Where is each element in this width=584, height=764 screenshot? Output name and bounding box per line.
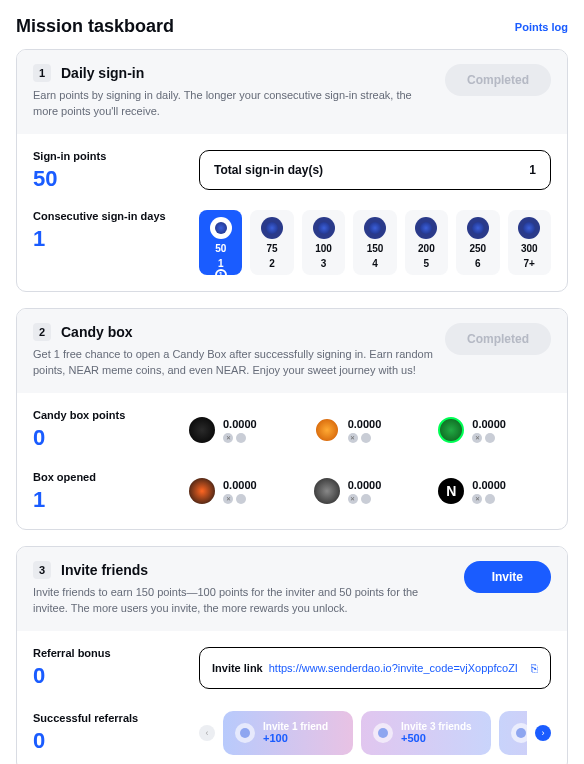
sub-icon: [485, 433, 495, 443]
sub-icon: [236, 433, 246, 443]
sub-icon: ✕: [472, 494, 482, 504]
referral-bonus-value: 0: [33, 663, 183, 689]
card-title: Invite friends: [61, 562, 148, 578]
milestones-row: ‹ Invite 1 friend +100 Invite 3 friends …: [199, 711, 551, 755]
streak-tier: 150 4: [353, 210, 396, 275]
completed-button: Completed: [445, 323, 551, 355]
referral-bonus-label: Referral bonus: [33, 647, 183, 659]
points-log-link[interactable]: Points log: [515, 21, 568, 33]
coin-icon: [415, 217, 437, 239]
candy-points-value: 0: [33, 425, 173, 451]
milestone-card[interactable]: Invite 1 friend +100: [223, 711, 353, 755]
coin-icon: [518, 217, 540, 239]
card-description: Earn points by signing in daily. The lon…: [33, 88, 433, 120]
prev-milestone-icon[interactable]: ‹: [199, 725, 215, 741]
token-icon: [189, 417, 215, 443]
token-icon: [438, 417, 464, 443]
tier-day: 4: [372, 258, 378, 269]
sub-icon: ✕: [223, 433, 233, 443]
streak-tier: 300 7+: [508, 210, 551, 275]
tier-points: 300: [521, 243, 538, 254]
milestone-points: +500: [401, 732, 472, 744]
avatar-icon: [373, 723, 393, 743]
box-opened-label: Box opened: [33, 471, 173, 483]
invite-button[interactable]: Invite: [464, 561, 551, 593]
token-item: N 0.0000 ✕: [438, 470, 551, 513]
token-amount: 0.0000: [472, 418, 506, 430]
copy-icon[interactable]: ⎘: [531, 662, 538, 674]
sub-icon: [361, 494, 371, 504]
tier-points: 200: [418, 243, 435, 254]
invite-friends-card: 3 Invite friends Invite friends to earn …: [16, 546, 568, 764]
tier-points: 250: [469, 243, 486, 254]
streak-tiers: 50 1 1 75 2 100 3 150 4 200 5 250 6 300 …: [199, 210, 551, 275]
token-item: 0.0000 ✕: [189, 470, 302, 513]
streak-value: 1: [33, 226, 183, 252]
coin-icon: [313, 217, 335, 239]
card-number: 3: [33, 561, 51, 579]
card-number: 2: [33, 323, 51, 341]
token-amount: 0.0000: [472, 479, 506, 491]
referrals-label: Successful referrals: [33, 712, 183, 724]
tier-day: 5: [424, 258, 430, 269]
milestone-card[interactable]: [499, 711, 527, 755]
token-icon: [189, 478, 215, 504]
sub-icon: [361, 433, 371, 443]
coin-icon: [364, 217, 386, 239]
sub-icon: [236, 494, 246, 504]
tier-points: 50: [215, 243, 226, 254]
token-item: 0.0000 ✕: [189, 409, 302, 452]
box-opened-value: 1: [33, 487, 173, 513]
invite-link-box: Invite link https://www.senderdao.io?inv…: [199, 647, 551, 689]
card-description: Invite friends to earn 150 points—100 po…: [33, 585, 452, 617]
signin-points-value: 50: [33, 166, 183, 192]
streak-tier: 100 3: [302, 210, 345, 275]
token-item: 0.0000 ✕: [438, 409, 551, 452]
candy-points-label: Candy box points: [33, 409, 173, 421]
streak-label: Consecutive sign-in days: [33, 210, 183, 222]
milestone-points: +100: [263, 732, 328, 744]
referrals-value: 0: [33, 728, 183, 754]
signin-points-label: Sign-in points: [33, 150, 183, 162]
token-item: 0.0000 ✕: [314, 470, 427, 513]
sub-icon: [485, 494, 495, 504]
card-title: Candy box: [61, 324, 133, 340]
daily-signin-card: 1 Daily sign-in Earn points by signing i…: [16, 49, 568, 292]
sub-icon: ✕: [348, 433, 358, 443]
token-amount: 0.0000: [223, 418, 257, 430]
token-icon: N: [438, 478, 464, 504]
avatar-icon: [511, 723, 527, 743]
completed-button: Completed: [445, 64, 551, 96]
milestone-card[interactable]: Invite 3 friends +500: [361, 711, 491, 755]
tier-points: 150: [367, 243, 384, 254]
invite-link-url[interactable]: https://www.senderdao.io?invite_code=vjX…: [269, 662, 525, 674]
coin-icon: [261, 217, 283, 239]
streak-tier: 50 1 1: [199, 210, 242, 275]
token-grid: 0.0000 ✕ 0.0000 ✕ 0.0000 ✕ 0.0000 ✕ 0.00…: [189, 409, 551, 513]
candy-box-card: 2 Candy box Get 1 free chance to open a …: [16, 308, 568, 530]
card-number: 1: [33, 64, 51, 82]
next-milestone-icon[interactable]: ›: [535, 725, 551, 741]
tier-day: 3: [321, 258, 327, 269]
total-signin-box: Total sign-in day(s) 1: [199, 150, 551, 190]
token-icon: [314, 478, 340, 504]
token-amount: 0.0000: [348, 418, 382, 430]
card-description: Get 1 free chance to open a Candy Box af…: [33, 347, 433, 379]
sub-icon: ✕: [223, 494, 233, 504]
card-title: Daily sign-in: [61, 65, 144, 81]
streak-tier: 200 5: [405, 210, 448, 275]
sub-icon: ✕: [348, 494, 358, 504]
tier-day: 1: [218, 258, 224, 269]
coin-icon: [210, 217, 232, 239]
checkmark-icon: 1: [215, 269, 227, 275]
total-signin-value: 1: [529, 163, 536, 177]
token-amount: 0.0000: [223, 479, 257, 491]
token-icon: [314, 417, 340, 443]
tier-day: 2: [269, 258, 275, 269]
tier-points: 75: [267, 243, 278, 254]
milestone-title: Invite 3 friends: [401, 721, 472, 732]
total-signin-label: Total sign-in day(s): [214, 163, 323, 177]
milestone-title: Invite 1 friend: [263, 721, 328, 732]
invite-link-label: Invite link: [212, 662, 263, 674]
token-amount: 0.0000: [348, 479, 382, 491]
